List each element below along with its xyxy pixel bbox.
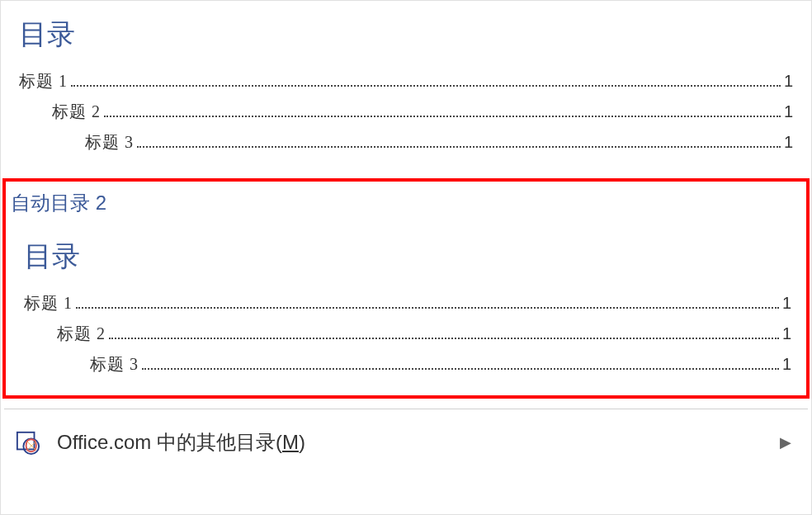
toc-entry-label: 标题 2 [57, 323, 106, 345]
chevron-right-icon: ▶ [780, 433, 791, 451]
toc-entry-page: 1 [784, 102, 793, 121]
label-suffix: ) [299, 431, 305, 453]
toc-preview-inner: 目录 标题 1 1 标题 2 1 标题 3 1 [6, 238, 806, 395]
toc-entry: 标题 1 1 [19, 70, 793, 92]
more-toc-label: Office.com 中的其他目录(M) [57, 429, 780, 456]
mnemonic-key: M [282, 431, 299, 453]
toc-leader-dots [104, 116, 781, 117]
office-online-icon [16, 430, 40, 455]
toc-entry-page: 1 [782, 294, 791, 313]
toc-entry: 标题 1 1 [24, 292, 791, 314]
toc-entry: 标题 3 1 [19, 131, 793, 154]
toc-leader-dots [109, 338, 779, 339]
toc-title: 目录 [24, 238, 791, 276]
toc-title: 目录 [19, 16, 793, 54]
label-prefix: Office.com 中的其他目录( [57, 431, 282, 453]
toc-leader-dots [76, 307, 779, 309]
toc-entry: 标题 2 1 [24, 323, 791, 345]
toc-entry-page: 1 [782, 355, 791, 374]
toc-entry: 标题 2 1 [19, 101, 793, 123]
toc-preview-block-1[interactable]: 目录 标题 1 1 标题 2 1 标题 3 1 [1, 1, 811, 170]
toc-entry-label: 标题 2 [52, 101, 101, 123]
more-toc-from-office-menu-item[interactable]: Office.com 中的其他目录(M) ▶ [1, 409, 811, 469]
toc-leader-dots [137, 146, 781, 148]
toc-entry-page: 1 [782, 324, 791, 343]
toc-entry-label: 标题 1 [24, 292, 73, 314]
toc-entry-page: 1 [784, 133, 793, 152]
toc-entry-page: 1 [784, 72, 793, 91]
toc-entry-label: 标题 3 [85, 131, 134, 154]
toc-leader-dots [71, 85, 781, 87]
toc-style-name: 自动目录 2 [6, 185, 806, 221]
toc-entry: 标题 3 1 [24, 353, 791, 376]
toc-preview-block-2-selected[interactable]: 自动目录 2 目录 标题 1 1 标题 2 1 标题 3 1 [2, 178, 810, 399]
toc-leader-dots [142, 368, 779, 370]
toc-entry-label: 标题 3 [90, 353, 139, 376]
toc-entry-label: 标题 1 [19, 70, 68, 92]
